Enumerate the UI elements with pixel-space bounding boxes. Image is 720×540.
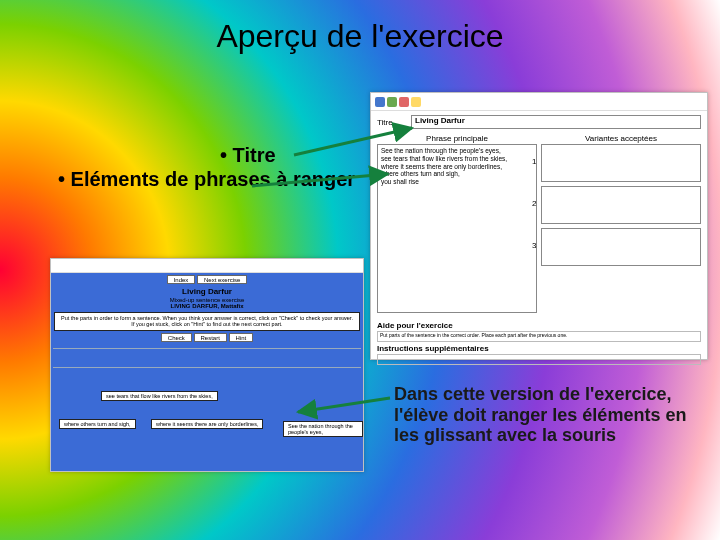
check-button[interactable]: Check (161, 333, 192, 342)
bottom-rows: Aide pour l'exercice Put parts of the se… (371, 321, 707, 365)
next-exercise-button[interactable]: Next exercise (197, 275, 247, 284)
variants-header: Variantes acceptées (541, 133, 701, 144)
main-phrase-column: Phrase principale See the nation through… (377, 133, 537, 313)
slide: Aperçu de l'exercice • Titre • Eléments … (0, 0, 720, 540)
exercise-title: Living Darfur (51, 287, 363, 296)
variant-box[interactable]: 1 (541, 144, 701, 182)
variant-box[interactable]: 3 (541, 228, 701, 266)
variant-number: 1 (532, 157, 536, 166)
variant-number: 3 (532, 241, 536, 250)
slide-title: Aperçu de l'exercice (0, 18, 720, 55)
title-field-label: Titre (377, 118, 407, 127)
phrase-chip[interactable]: where it seems there are only borderline… (151, 419, 263, 429)
variant-number: 2 (532, 199, 536, 208)
index-button[interactable]: Index (167, 275, 196, 284)
instructions-box: Put the parts in order to form a sentenc… (54, 312, 360, 331)
exercise-subtitle-2: LIVING DARFUR, Mattafix (51, 303, 363, 309)
main-phrase-textarea[interactable]: See the nation through the people's eyes… (377, 144, 537, 313)
description-text: Dans cette version de l'exercice, l'élèv… (394, 384, 694, 446)
exercise-area: Index Next exercise Living Darfur Mixed-… (51, 273, 363, 471)
phrase-chip[interactable]: See the nation through the people's eyes… (283, 421, 363, 437)
main-phrase-header: Phrase principale (377, 133, 537, 144)
bullet-elements: • Eléments de phrases à ranger (58, 168, 355, 191)
phrase-chip[interactable]: where others turn and sigh, (59, 419, 136, 429)
help-text-field[interactable]: Put parts of the sentence in the correct… (377, 331, 701, 342)
hint-button[interactable]: Hint (229, 333, 254, 342)
tool-icon (387, 97, 397, 107)
restart-button[interactable]: Restart (194, 333, 227, 342)
save-icon (375, 97, 385, 107)
app-window-screenshot: Titre Living Darfur Phrase principale Se… (370, 92, 708, 360)
app-toolbar (371, 93, 707, 111)
instructions-label: Instructions supplémentaires (377, 344, 701, 353)
bullet-titre: • Titre (220, 144, 276, 167)
variant-box[interactable]: 2 (541, 186, 701, 224)
tool-icon (399, 97, 409, 107)
title-row: Titre Living Darfur (371, 111, 707, 133)
browser-chrome (51, 259, 363, 273)
phrase-chip[interactable]: see tears that flow like rivers from the… (101, 391, 218, 401)
title-field[interactable]: Living Darfur (411, 115, 701, 129)
tool-icon (411, 97, 421, 107)
instructions-field[interactable] (377, 354, 701, 365)
variants-column: Variantes acceptées 1 2 3 (541, 133, 701, 313)
browser-screenshot: Index Next exercise Living Darfur Mixed-… (50, 258, 364, 472)
help-label: Aide pour l'exercice (377, 321, 701, 330)
